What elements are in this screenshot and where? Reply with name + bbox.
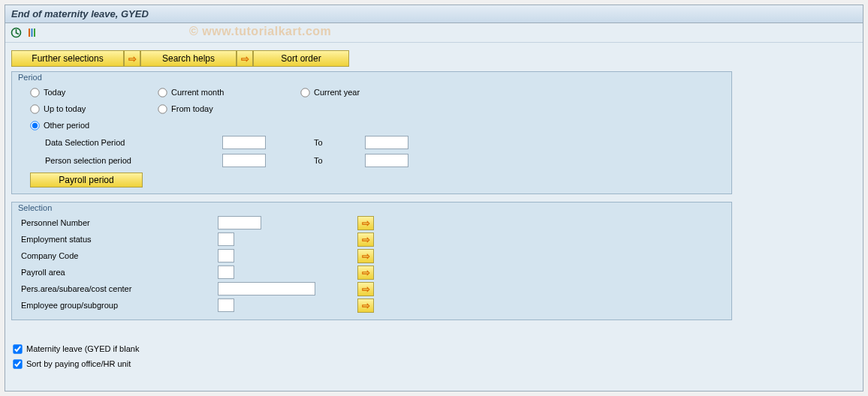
selection-label: Employee group/subgroup <box>20 301 218 310</box>
payroll-period-button[interactable]: Payroll period <box>30 172 143 188</box>
radio-other-period[interactable]: Other period <box>20 121 147 130</box>
top-button-row: Further selections ⇨ Search helps ⇨ Sort… <box>11 50 857 67</box>
period-group: Period Today Current month Current year … <box>11 71 732 194</box>
to-label: To <box>266 156 365 165</box>
data-selection-label: Data Selection Period <box>45 138 222 147</box>
watermark: © www.tutorialkart.com <box>189 25 331 38</box>
selection-label: Personnel Number <box>20 218 218 227</box>
search-helps-button[interactable]: Search helps <box>140 50 237 67</box>
multiple-selection-button[interactable]: ⇨ <box>357 266 374 280</box>
selection-row: Pers.area/subarea/cost center⇨ <box>20 280 724 297</box>
selection-row: Personnel Number⇨ <box>20 214 724 231</box>
multiple-selection-button[interactable]: ⇨ <box>357 216 374 230</box>
search-helps-arrow-button[interactable]: ⇨ <box>124 50 140 67</box>
selection-input[interactable] <box>218 266 234 279</box>
selection-label: Pers.area/subarea/cost center <box>20 284 218 293</box>
selection-row: Employment status⇨ <box>20 231 724 248</box>
selection-input[interactable] <box>218 216 261 230</box>
selection-input[interactable] <box>218 298 234 312</box>
radio-up-to-today[interactable]: Up to today <box>20 104 147 114</box>
variants-icon[interactable] <box>26 26 38 39</box>
selection-row: Employee group/subgroup⇨ <box>20 297 724 314</box>
arrow-right-icon: ⇨ <box>128 53 137 64</box>
arrow-right-icon: ⇨ <box>362 234 370 245</box>
person-selection-to-input[interactable] <box>365 154 408 167</box>
title-bar: End of maternity leave, GYED <box>5 5 863 23</box>
arrow-right-icon: ⇨ <box>241 53 249 64</box>
check-maternity[interactable]: Maternity leave (GYED if blank <box>11 341 857 356</box>
multiple-selection-button[interactable]: ⇨ <box>357 249 374 263</box>
radio-today[interactable]: Today <box>20 88 147 98</box>
radio-current-month[interactable]: Current month <box>147 88 290 98</box>
multiple-selection-button[interactable]: ⇨ <box>357 298 374 313</box>
radio-from-today[interactable]: From today <box>147 104 290 114</box>
to-label: To <box>266 138 365 147</box>
bottom-checks: Maternity leave (GYED if blank Sort by p… <box>11 337 857 371</box>
sort-order-button[interactable]: Sort order <box>253 50 349 67</box>
selection-input[interactable] <box>218 249 234 262</box>
selection-group: Selection Personnel Number⇨Employment st… <box>11 202 732 320</box>
selection-row: Company Code⇨ <box>20 248 724 264</box>
selection-input[interactable] <box>218 282 315 296</box>
svg-rect-3 <box>34 28 35 37</box>
sort-order-arrow-button[interactable]: ⇨ <box>237 50 253 67</box>
main-window: End of maternity leave, GYED © www.tutor… <box>5 4 863 392</box>
arrow-right-icon: ⇨ <box>362 300 370 311</box>
page-title: End of maternity leave, GYED <box>11 8 149 20</box>
data-selection-to-input[interactable] <box>365 136 408 149</box>
selection-title: Selection <box>17 202 53 213</box>
svg-rect-2 <box>32 28 33 37</box>
selection-label: Employment status <box>20 235 218 244</box>
selection-row: Payroll area⇨ <box>20 264 724 280</box>
person-selection-from-input[interactable] <box>222 154 266 167</box>
data-selection-from-input[interactable] <box>222 136 266 149</box>
selection-input[interactable] <box>218 232 234 246</box>
check-sort-by[interactable]: Sort by paying office/HR unit <box>11 356 857 371</box>
radio-current-year[interactable]: Current year <box>290 88 425 98</box>
multiple-selection-button[interactable]: ⇨ <box>357 232 374 247</box>
arrow-right-icon: ⇨ <box>362 267 370 278</box>
further-selections-button[interactable]: Further selections <box>11 50 124 67</box>
content: Further selections ⇨ Search helps ⇨ Sort… <box>5 43 863 377</box>
toolbar: © www.tutorialkart.com <box>5 23 863 43</box>
arrow-right-icon: ⇨ <box>362 250 370 262</box>
period-title: Period <box>17 72 44 82</box>
selection-label: Company Code <box>20 251 218 260</box>
multiple-selection-button[interactable]: ⇨ <box>357 282 374 296</box>
selection-label: Payroll area <box>20 268 218 277</box>
arrow-right-icon: ⇨ <box>362 218 370 229</box>
arrow-right-icon: ⇨ <box>362 284 370 295</box>
execute-icon[interactable] <box>10 26 23 39</box>
svg-rect-1 <box>29 28 30 37</box>
person-selection-label: Person selection period <box>45 156 222 165</box>
